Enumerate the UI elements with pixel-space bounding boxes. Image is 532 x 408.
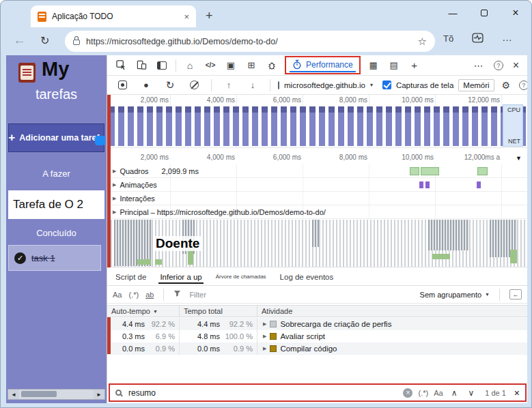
reload-and-record-icon[interactable]: ↻ xyxy=(160,77,180,93)
clear-search-icon[interactable]: × xyxy=(403,388,412,398)
upload-profile-icon[interactable]: ↑ xyxy=(219,77,238,93)
checkmark-icon[interactable]: ✓ xyxy=(14,252,26,264)
whole-word-toggle[interactable]: ab xyxy=(145,291,154,299)
url-text[interactable]: https://microsoftedge.github.io/Demos/de… xyxy=(86,37,412,46)
disclosure-icon[interactable]: ▶ xyxy=(113,209,116,215)
read-aloud-icon[interactable]: Tõ xyxy=(443,33,453,44)
target-selector[interactable]: microsoftedge.github.io xyxy=(284,81,365,89)
heaviest-stack-icon[interactable]: ← xyxy=(509,289,522,300)
flame-green-block[interactable] xyxy=(137,259,151,265)
help-icon[interactable]: ? xyxy=(494,61,503,70)
funnel-icon[interactable] xyxy=(173,290,181,299)
search-match-case-toggle[interactable]: Aa xyxy=(434,389,443,397)
back-button[interactable]: ← xyxy=(13,33,26,48)
help-icon[interactable]: ? xyxy=(519,81,527,90)
previous-result-icon[interactable]: ∧ xyxy=(449,388,460,398)
memory-toggle[interactable]: Memóri xyxy=(458,79,494,91)
new-tab-button[interactable]: + xyxy=(206,9,213,23)
console-panel-icon[interactable]: ▣ xyxy=(221,57,240,74)
capture-settings-icon[interactable] xyxy=(113,77,132,93)
screenshots-checkbox[interactable] xyxy=(382,81,391,89)
table-row[interactable]: 4.4 ms 92.2 % 4.4 ms 92.2 % ▶ Sobrecarga… xyxy=(107,318,527,330)
match-case-toggle[interactable]: Aa xyxy=(113,291,122,299)
track-animations[interactable]: ▶ Animações xyxy=(107,178,527,192)
flame-cluster[interactable] xyxy=(312,220,319,247)
track-main-thread[interactable]: ▶ Principal – https://microsoftedge.gith… xyxy=(107,205,527,219)
screenshot-filmstrip[interactable] xyxy=(109,106,526,146)
debugger-panel-icon[interactable] xyxy=(262,57,281,74)
maximize-button[interactable] xyxy=(468,1,500,25)
ruler-dropdown-icon[interactable]: ▼ xyxy=(516,155,522,162)
panel-layout-icon[interactable] xyxy=(152,57,171,74)
settings-menu-icon[interactable]: … xyxy=(502,31,512,43)
flame-green-block[interactable] xyxy=(432,254,450,259)
flame-chart[interactable]: Doente xyxy=(107,220,527,267)
disclosure-icon[interactable]: ▶ xyxy=(113,182,116,188)
home-panel-icon[interactable]: ⌂ xyxy=(180,57,199,74)
regex-toggle[interactable]: (.*) xyxy=(128,291,139,299)
tab-close-icon[interactable]: × xyxy=(184,12,189,22)
record-icon[interactable]: ● xyxy=(137,77,156,93)
tab-bottom-up[interactable]: Inferior a up xyxy=(158,269,203,284)
timeline-overview[interactable]: 2,000 ms 4,000 ms 6,000 ms 8,000 ms 10,0… xyxy=(107,95,527,148)
more-tabs-icon[interactable]: + xyxy=(405,57,424,74)
search-bar[interactable]: × (.*) Aa ∧ ∨ 1 de 1 × xyxy=(109,383,527,402)
disclosure-icon[interactable]: ▶ xyxy=(113,169,116,174)
target-dropdown-icon[interactable]: ▾ xyxy=(370,82,373,88)
memory-panel-icon[interactable]: ▦ xyxy=(364,57,383,74)
filter-input[interactable] xyxy=(188,290,270,300)
device-emulation-icon[interactable] xyxy=(132,57,151,74)
close-window-button[interactable]: × xyxy=(500,1,531,25)
column-activity[interactable]: Atividade xyxy=(257,306,527,317)
grouping-dropdown[interactable]: Sem agrupamento ▼ xyxy=(420,291,490,299)
track-interactions[interactable]: ▶ Interações xyxy=(107,192,527,205)
network-panel-icon[interactable]: ⊞ xyxy=(242,57,261,74)
tab-event-log[interactable]: Log de eventos xyxy=(279,269,335,284)
search-regex-toggle[interactable]: (.*) xyxy=(418,389,428,397)
scrollbar-thumb[interactable] xyxy=(21,391,57,397)
close-search-icon[interactable]: × xyxy=(514,388,520,398)
flame-green-block[interactable] xyxy=(510,250,517,263)
sources-panel-icon[interactable]: </> xyxy=(201,57,220,74)
frame-block[interactable] xyxy=(410,167,419,175)
tab-call-tree[interactable]: Árvore de chamadas xyxy=(214,270,268,282)
browser-tab[interactable]: Aplicação TODO × xyxy=(31,5,196,27)
column-self-time[interactable]: Auto-tempo ▼ xyxy=(107,306,180,317)
done-item[interactable]: ✓ task 1 xyxy=(8,245,101,271)
todo-item[interactable]: Tarefa de O 2 xyxy=(8,190,104,219)
scroll-right-icon[interactable]: ► xyxy=(94,390,104,399)
frame-block[interactable] xyxy=(477,167,488,175)
animation-block[interactable] xyxy=(419,181,423,188)
search-input[interactable] xyxy=(127,388,250,398)
gear-icon[interactable]: ⚙ xyxy=(499,77,513,93)
inspect-icon[interactable] xyxy=(111,57,130,74)
animation-block[interactable] xyxy=(425,181,430,188)
browser-essentials-icon[interactable] xyxy=(472,32,484,46)
column-total-time[interactable]: Tempo total xyxy=(180,306,257,317)
refresh-button[interactable]: ↻ xyxy=(40,34,49,47)
table-row[interactable]: 0.0 ms 0.9 % 0.0 ms 0.9 % ▶ Compilar cód… xyxy=(107,343,527,355)
disclosure-icon[interactable]: ▶ xyxy=(263,321,266,327)
flame-green-block[interactable] xyxy=(155,259,162,265)
table-row[interactable]: 0.3 ms 6.9 % 4.8 ms 100.0 % ▶ Avaliar sc… xyxy=(107,330,527,343)
next-result-icon[interactable]: ∨ xyxy=(465,388,477,398)
customize-devtools-icon[interactable]: ⋯ xyxy=(469,57,488,74)
screenshots-label[interactable]: Capturas de tela xyxy=(396,81,453,89)
add-task-button[interactable]: + Adicionar uma tarefa xyxy=(8,123,104,152)
minimize-button[interactable]: — xyxy=(437,1,468,25)
download-profile-icon[interactable]: ↓ xyxy=(243,77,262,93)
address-bar[interactable]: https://microsoftedge.github.io/Demos/de… xyxy=(65,31,435,52)
scrollbar-track[interactable] xyxy=(19,390,94,399)
track-frames[interactable]: ▶ Quadros 2,099.9 ms xyxy=(107,164,527,178)
disclosure-icon[interactable]: ▶ xyxy=(113,196,116,201)
flame-cluster[interactable] xyxy=(428,220,469,250)
tab-performance[interactable]: Performance xyxy=(285,56,361,74)
scroll-left-icon[interactable]: ◄ xyxy=(8,390,19,399)
disclosure-icon[interactable]: ▶ xyxy=(263,334,266,339)
clear-recording-icon[interactable] xyxy=(184,77,204,93)
tab-profiling-script[interactable]: Script de xyxy=(114,269,148,284)
close-devtools-icon[interactable]: × xyxy=(513,59,519,72)
animation-block[interactable] xyxy=(477,181,481,188)
disclosure-icon[interactable]: ▶ xyxy=(263,346,266,351)
horizontal-scrollbar[interactable]: ◄ ► xyxy=(8,389,105,400)
